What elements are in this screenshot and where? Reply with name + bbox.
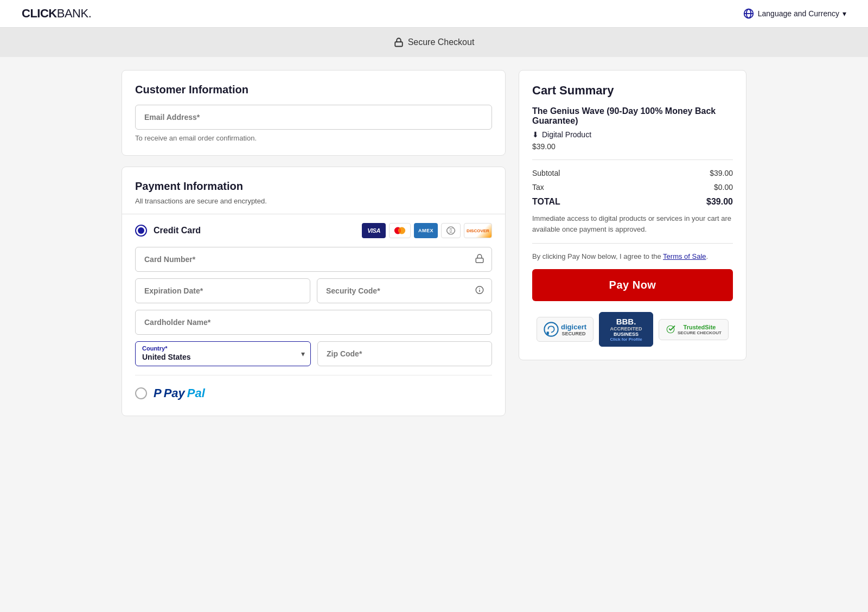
security-code-input[interactable] (317, 278, 492, 303)
diners-icon (441, 223, 461, 238)
subtotal-label: Subtotal (532, 169, 560, 177)
language-currency-button[interactable]: Language and Currency ▾ (743, 8, 846, 20)
product-price: $39.00 (532, 142, 733, 151)
discover-icon: DISCOVER (464, 223, 492, 238)
payment-info-card: Payment Information All transactions are… (122, 167, 506, 416)
lock-icon (394, 37, 404, 47)
email-field-wrapper (135, 105, 492, 130)
payment-info-title: Payment Information (135, 180, 492, 193)
bbb-business: BUSINESS (606, 331, 646, 337)
total-value: $39.00 (706, 197, 733, 207)
paypal-p-icon: P (154, 386, 162, 400)
visa-icon: VISA (362, 223, 386, 238)
logo-click: CLICK (22, 7, 57, 20)
country-label: Country* (136, 342, 310, 352)
payment-subtitle: All transactions are secure and encrypte… (135, 197, 492, 205)
logo: CLICKBANK. (22, 7, 91, 21)
paypal-option: P PayPal (135, 375, 492, 403)
digital-product: ⬇ Digital Product (532, 130, 733, 139)
card-number-wrapper (135, 247, 492, 272)
tax-line: Tax $0.00 (532, 183, 733, 192)
logo-bank: BANK. (57, 7, 92, 20)
lock-field-icon (475, 254, 484, 265)
pay-now-button[interactable]: Pay Now (532, 269, 733, 301)
credit-card-radio[interactable] (135, 225, 147, 237)
amex-icon: AMEX (414, 223, 438, 238)
bbb-badge: BBB. ACCREDITED BUSINESS Click for Profi… (599, 312, 653, 347)
credit-card-option: Credit Card VISA AM (135, 214, 492, 375)
security-wrapper (317, 278, 492, 303)
trusted-site-label: TrustedSite (678, 324, 722, 330)
customer-info-card: Customer Information To receive an email… (122, 70, 506, 156)
country-zip-row: Country* United States Canada United Kin… (135, 341, 492, 366)
header: CLICKBANK. Language and Currency ▾ (0, 0, 868, 28)
cardholder-wrapper (135, 310, 492, 335)
bbb-label: BBB. (606, 317, 646, 326)
terms-prefix: By clicking Pay Now below, I agree to th… (532, 252, 663, 260)
customer-info-title: Customer Information (135, 84, 492, 96)
info-icon (475, 285, 484, 297)
svg-point-6 (447, 227, 455, 234)
subtotal-line: Subtotal $39.00 (532, 169, 733, 177)
trusted-site-icon (666, 324, 675, 334)
paypal-word: Pay (164, 386, 185, 400)
cardholder-input[interactable] (135, 310, 492, 335)
svg-rect-9 (476, 258, 483, 263)
bbb-accredited: ACCREDITED (606, 326, 646, 331)
paypal-logo: P PayPal (154, 386, 205, 400)
expiration-input[interactable] (135, 278, 310, 303)
terms-text: By clicking Pay Now below, I agree to th… (532, 252, 733, 260)
cart-divider-2 (532, 243, 733, 244)
total-label: TOTAL (532, 197, 560, 207)
trusted-site-badge: TrustedSite SECURE CHECKOUT (659, 319, 729, 340)
digicert-secured: SECURED (561, 331, 586, 336)
total-line: TOTAL $39.00 (532, 197, 733, 207)
cart-summary-title: Cart Summary (532, 84, 733, 98)
zip-wrapper (317, 341, 492, 366)
credit-card-label: Credit Card (154, 226, 201, 235)
credit-card-header: Credit Card VISA AM (135, 223, 492, 238)
country-select[interactable]: United States Canada United Kingdom Aust… (136, 352, 310, 366)
digital-product-label: Digital Product (542, 130, 591, 139)
card-number-input[interactable] (135, 247, 492, 272)
product-name: The Genius Wave (90-Day 100% Money Back … (532, 106, 733, 126)
svg-rect-3 (395, 42, 403, 46)
paypal-radio[interactable] (135, 387, 147, 399)
globe-icon (743, 8, 755, 20)
zip-input[interactable] (317, 341, 492, 366)
svg-rect-14 (547, 331, 549, 335)
cart-summary-card: Cart Summary The Genius Wave (90-Day 100… (519, 70, 746, 360)
subtotal-value: $39.00 (710, 169, 733, 177)
digicert-badge: digicert SECURED (537, 317, 593, 342)
trust-badges: digicert SECURED BBB. ACCREDITED BUSINES… (532, 312, 733, 347)
cart-divider-1 (532, 160, 733, 160)
cart-note: Immediate access to digital products or … (532, 213, 733, 234)
tax-label: Tax (532, 183, 544, 192)
language-currency-label: Language and Currency (758, 9, 839, 18)
trusted-site-secure: SECURE CHECKOUT (678, 330, 722, 335)
digicert-label: digicert (561, 323, 586, 331)
download-icon: ⬇ (532, 130, 539, 139)
digicert-icon (544, 322, 559, 337)
left-column: Customer Information To receive an email… (122, 70, 506, 416)
expiry-wrapper (135, 278, 310, 303)
svg-point-8 (450, 228, 455, 233)
paypal-text: Pal (187, 386, 205, 400)
tax-value: $0.00 (714, 183, 733, 192)
svg-point-13 (544, 322, 558, 336)
main-layout: Customer Information To receive an email… (108, 70, 760, 416)
mastercard-icon (389, 223, 411, 238)
terms-of-sale-link[interactable]: Terms of Sale (663, 252, 706, 260)
terms-suffix: . (706, 252, 709, 260)
email-hint: To receive an email order confirmation. (135, 134, 492, 142)
secure-checkout-label: Secure Checkout (408, 37, 475, 47)
secure-checkout-banner: Secure Checkout (0, 28, 868, 57)
email-input[interactable] (135, 105, 492, 130)
right-column: Cart Summary The Genius Wave (90-Day 100… (519, 70, 746, 360)
expiry-security-row (135, 278, 492, 303)
chevron-down-icon: ▾ (843, 9, 846, 18)
card-icons: VISA AMEX (362, 223, 492, 238)
country-select-wrapper: Country* United States Canada United Kin… (135, 341, 311, 366)
bbb-click: Click for Profile (606, 337, 646, 342)
